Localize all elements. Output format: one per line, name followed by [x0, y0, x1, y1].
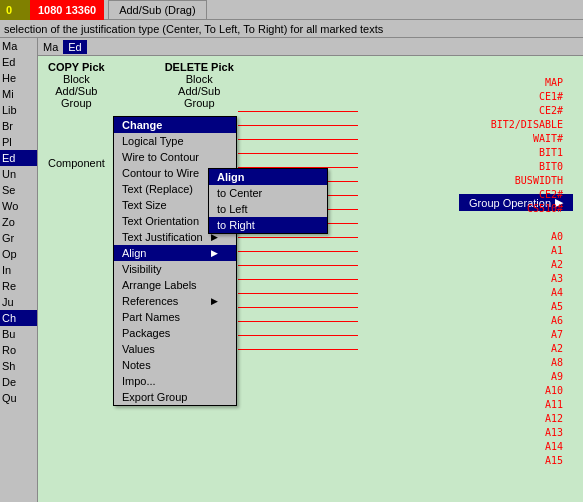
delete-pick-block[interactable]: Block [165, 73, 234, 85]
menu-arrange-labels[interactable]: Arrange Labels [114, 277, 236, 293]
schematic-label-bit0: BIT0 [491, 160, 563, 174]
sidebar-item-de[interactable]: De [0, 374, 37, 390]
delete-pick-group[interactable]: Group [165, 97, 234, 109]
schematic-label-bit1: BIT1 [491, 146, 563, 160]
schematic-lines [238, 111, 358, 363]
statusbar: selection of the justification type (Cen… [0, 20, 583, 38]
sidebar-item-se[interactable]: Se [0, 182, 37, 198]
change-menu-title: Change [114, 117, 236, 133]
toolbar-coords: 1080 13360 [30, 0, 104, 20]
canvas: COPY Pick Block Add/Sub Group DELETE Pic… [38, 56, 583, 502]
schematic-label-ce2b: CE2# [491, 188, 563, 202]
schematic-line [238, 265, 358, 266]
sidebar-item-ch[interactable]: Ch [0, 310, 37, 326]
menubar-ed[interactable]: Ed [63, 40, 86, 54]
copy-pick-addsub[interactable]: Add/Sub [48, 85, 105, 97]
menu-logical-type[interactable]: Logical Type [114, 133, 236, 149]
content-area: Ma Ed COPY Pick Block Add/Sub Group DELE… [38, 38, 583, 502]
sidebar-item-qu[interactable]: Qu [0, 390, 37, 406]
menu-part-names[interactable]: Part Names [114, 309, 236, 325]
copy-pick-group[interactable]: Group [48, 97, 105, 109]
schematic-line [238, 125, 358, 126]
schematic-label-a8: A8 [491, 356, 563, 370]
menubar: Ma Ed [38, 38, 583, 56]
sidebar-item-ed2[interactable]: Ed [0, 150, 37, 166]
sidebar-item-ed[interactable]: Ed [0, 54, 37, 70]
delete-pick-group: DELETE Pick Block Add/Sub Group [165, 61, 234, 109]
schematic-label-a13: A13 [491, 426, 563, 440]
menu-export-group[interactable]: Export Group [114, 389, 236, 405]
copy-pick-title: COPY Pick [48, 61, 105, 73]
sidebar-item-wo[interactable]: Wo [0, 198, 37, 214]
sidebar-item-zo[interactable]: Zo [0, 214, 37, 230]
schematic-label-a12: A12 [491, 412, 563, 426]
schematic-line [238, 335, 358, 336]
menu-references[interactable]: References ▶ [114, 293, 236, 309]
align-menu-title: Align [209, 169, 327, 185]
schematic-line [238, 279, 358, 280]
arrow-icon: ▶ [211, 248, 218, 258]
schematic-label-spacer [491, 216, 563, 230]
schematic-label-buswidth: BUSWIDTH [491, 174, 563, 188]
schematic-label-a2b: A2 [491, 342, 563, 356]
delete-pick-title: DELETE Pick [165, 61, 234, 73]
menu-notes[interactable]: Notes [114, 357, 236, 373]
schematic-labels: MAP CE1# CE2# BIT2/DISABLE WAIT# BIT1 BI… [491, 76, 563, 468]
schematic-line [238, 293, 358, 294]
toolbar: 0 1080 13360 Add/Sub (Drag) [0, 0, 583, 20]
schematic-label-a5: A5 [491, 300, 563, 314]
schematic-line [238, 321, 358, 322]
top-actions: COPY Pick Block Add/Sub Group DELETE Pic… [48, 61, 234, 109]
sidebar-item-un[interactable]: Un [0, 166, 37, 182]
schematic-label-map: MAP [491, 76, 563, 90]
schematic-label-bit2: BIT2/DISABLE [491, 118, 563, 132]
arrow-icon: ▶ [211, 296, 218, 306]
sidebar-item-ma[interactable]: Ma [0, 38, 37, 54]
menu-align[interactable]: Align ▶ [114, 245, 236, 261]
schematic-line [238, 237, 358, 238]
schematic-label-a11: A11 [491, 398, 563, 412]
sidebar: Ma Ed He Mi Lib Br Pl Ed Un Se Wo Zo Gr … [0, 38, 38, 502]
sidebar-item-br[interactable]: Br [0, 118, 37, 134]
align-menu: Align to Center to Left to Right [208, 168, 328, 234]
menu-align-center[interactable]: to Center [209, 185, 327, 201]
schematic-label-cs510: CS510# [491, 202, 563, 216]
toolbar-zero: 0 [0, 0, 30, 20]
sidebar-item-ju[interactable]: Ju [0, 294, 37, 310]
schematic-label-a7: A7 [491, 328, 563, 342]
schematic-label-a0: A0 [491, 230, 563, 244]
menu-values[interactable]: Values [114, 341, 236, 357]
schematic-label-a6: A6 [491, 314, 563, 328]
addsub-button[interactable]: Add/Sub (Drag) [108, 0, 206, 20]
schematic-label-wait: WAIT# [491, 132, 563, 146]
schematic-line [238, 251, 358, 252]
copy-pick-block[interactable]: Block [48, 73, 105, 85]
sidebar-item-bu[interactable]: Bu [0, 326, 37, 342]
component-label[interactable]: Component [48, 157, 105, 169]
sidebar-item-he[interactable]: He [0, 70, 37, 86]
sidebar-item-mi[interactable]: Mi [0, 86, 37, 102]
sidebar-item-pl[interactable]: Pl [0, 134, 37, 150]
sidebar-item-op[interactable]: Op [0, 246, 37, 262]
sidebar-item-lib[interactable]: Lib [0, 102, 37, 118]
sidebar-item-ro[interactable]: Ro [0, 342, 37, 358]
delete-pick-addsub[interactable]: Add/Sub [165, 85, 234, 97]
menubar-ma[interactable]: Ma [38, 40, 63, 54]
schematic-label-a14: A14 [491, 440, 563, 454]
statusbar-text: selection of the justification type (Cen… [4, 23, 383, 35]
schematic-label-ce1: CE1# [491, 90, 563, 104]
menu-visibility[interactable]: Visibility [114, 261, 236, 277]
menu-import[interactable]: Impo... [114, 373, 236, 389]
menu-align-right[interactable]: to Right [209, 217, 327, 233]
sidebar-item-in[interactable]: In [0, 262, 37, 278]
sidebar-item-re[interactable]: Re [0, 278, 37, 294]
schematic-line [238, 307, 358, 308]
copy-pick-group: COPY Pick Block Add/Sub Group [48, 61, 105, 109]
change-menu: Change Logical Type Wire to Contour Cont… [113, 116, 237, 406]
menu-packages[interactable]: Packages [114, 325, 236, 341]
sidebar-item-sh[interactable]: Sh [0, 358, 37, 374]
menu-align-left[interactable]: to Left [209, 201, 327, 217]
menu-wire-to-contour[interactable]: Wire to Contour [114, 149, 236, 165]
schematic-label-a3: A3 [491, 272, 563, 286]
sidebar-item-gr[interactable]: Gr [0, 230, 37, 246]
